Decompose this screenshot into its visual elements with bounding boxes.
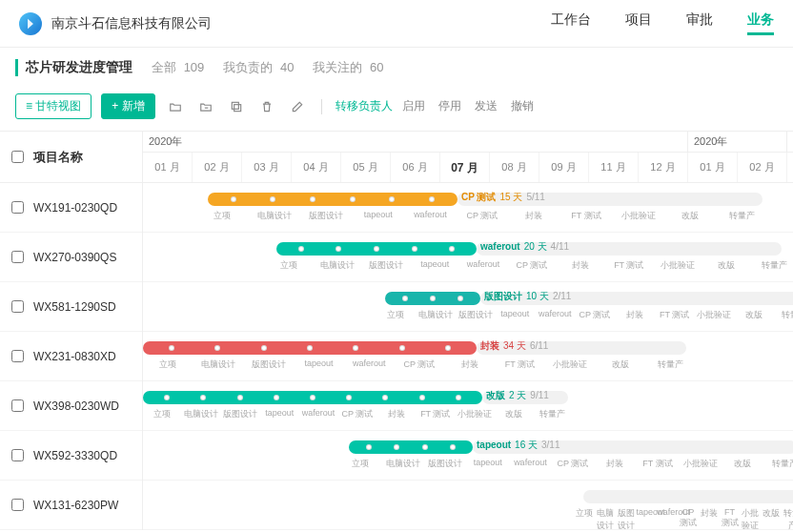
stage-badge: 封装34 天6/11 (480, 339, 548, 353)
gantt-trail (583, 490, 793, 503)
stage-badge: 改版2 天9/11 (486, 389, 549, 402)
svg-rect-0 (234, 104, 240, 111)
project-name: WX191-0230QD (33, 201, 117, 215)
month-cell[interactable]: 04 月 (292, 153, 341, 182)
project-row[interactable]: WX231-0830XD (0, 332, 142, 381)
nav-工作台[interactable]: 工作台 (551, 11, 591, 35)
project-name: WX231-0830XD (33, 350, 116, 363)
page-bar: 芯片研发进度管理 全部 109我负责的 40我关注的 60 (0, 48, 793, 88)
month-cell[interactable]: 01 月 (143, 153, 193, 182)
nav-业务[interactable]: 业务 (747, 11, 774, 35)
stage-badge: waferout20 天4/11 (480, 240, 569, 254)
page-title: 芯片研发进度管理 (15, 59, 132, 76)
row-checkbox[interactable] (11, 300, 24, 313)
project-row[interactable]: WX581-1290SD (0, 282, 142, 332)
stage-labels: 立项电脑设计版图设计tapeoutwaferoutCP 测试封装FT 测试小批验… (376, 309, 793, 321)
column-title: 项目名称 (33, 149, 83, 166)
new-button[interactable]: + 新增 (101, 93, 154, 119)
gantt-row: 封装34 天6/11立项电脑设计版图设计tapeoutwaferoutCP 测试… (143, 332, 793, 381)
select-all-checkbox[interactable] (11, 151, 24, 163)
delete-icon[interactable] (256, 96, 277, 117)
year-cell: 2020年 (143, 132, 688, 152)
stage-labels: 立项电脑设计版图设计tapeoutwaferoutCP 测试封装FT 测试小批验… (196, 210, 768, 222)
project-row[interactable]: WX270-0390QS (0, 233, 142, 282)
gantt-row: 版图设计10 天2/11立项电脑设计版图设计tapeoutwaferoutCP … (143, 282, 793, 332)
month-cell[interactable]: 01 月 (688, 153, 738, 182)
filter-tab[interactable]: 全部 109 (152, 59, 204, 76)
month-cell[interactable]: 09 月 (539, 153, 589, 182)
folder-move-icon[interactable] (195, 96, 216, 117)
project-row[interactable]: WX592-3330QD (0, 431, 142, 481)
stage-labels: 立项电脑设计版图设计tapeoutwaferoutCP 测试封装FT 测试小批验… (143, 408, 572, 420)
month-cell[interactable]: 12 月 (639, 153, 688, 182)
gantt-row: tapeout16 天3/11立项电脑设计版图设计tapeoutwaferout… (143, 431, 793, 481)
gantt-body: CP 测试15 天5/11立项电脑设计版图设计tapeoutwaferoutCP… (143, 183, 793, 530)
project-name: WX270-0390QS (33, 251, 116, 264)
gantt-view-button[interactable]: ≡ 甘特视图 (15, 93, 92, 119)
project-row[interactable]: WX398-0230WD (0, 381, 142, 431)
project-name: WX592-3330QD (33, 449, 117, 462)
gantt-row: waferout20 天4/11立项电脑设计版图设计tapeoutwaferou… (143, 233, 793, 282)
gantt-bar[interactable] (349, 440, 473, 454)
stage-badge: 版图设计10 天2/11 (484, 290, 571, 303)
gantt-bar[interactable] (208, 193, 458, 206)
row-checkbox[interactable] (11, 201, 24, 214)
separator (321, 99, 322, 114)
project-column: 项目名称 WX191-0230QDWX270-0390QSWX581-1290S… (0, 132, 143, 530)
month-cell[interactable]: 07 月 (440, 153, 490, 182)
gantt-bar[interactable] (276, 242, 477, 256)
edit-icon[interactable] (287, 96, 308, 117)
month-cell[interactable]: 02 月 (738, 153, 787, 182)
row-checkbox[interactable] (11, 350, 24, 362)
row-checkbox[interactable] (11, 251, 24, 263)
app-header: 南京斗石信息科技有限公司 工作台项目审批业务 (0, 0, 793, 48)
main-nav: 工作台项目审批业务 (551, 11, 774, 35)
month-cell[interactable]: 11 月 (589, 153, 639, 182)
project-row[interactable]: WX131-6230PW (0, 481, 142, 530)
year-cell: 2020年 (688, 132, 787, 152)
svg-rect-1 (232, 102, 238, 109)
row-checkbox[interactable] (11, 399, 24, 412)
action-link[interactable]: 启用 (402, 98, 425, 114)
transfer-owner-link[interactable]: 转移负责人 (336, 98, 393, 114)
nav-审批[interactable]: 审批 (686, 11, 713, 35)
gantt-bar[interactable] (143, 391, 482, 404)
project-name: WX581-1290SD (33, 300, 116, 314)
gantt-bar[interactable] (143, 341, 477, 355)
project-name: WX131-6230PW (33, 499, 118, 512)
month-cell[interactable]: 05 月 (341, 153, 391, 182)
stage-badge: CP 测试15 天5/11 (461, 191, 545, 204)
month-cell[interactable]: 08 月 (490, 153, 539, 182)
project-name: WX398-0230WD (33, 399, 119, 413)
gantt-row: 改版2 天9/11立项电脑设计版图设计tapeoutwaferoutCP 测试封… (143, 381, 793, 431)
gantt-area[interactable]: 2020年2020年 01 月02 月03 月04 月05 月06 月07 月0… (143, 132, 793, 530)
action-link[interactable]: 停用 (438, 98, 461, 114)
month-cell[interactable]: 06 月 (391, 153, 440, 182)
month-cell[interactable]: 03 月 (242, 153, 292, 182)
folder-open-icon[interactable] (165, 96, 186, 117)
stage-labels: 立项电脑设计版图设计tapeoutwaferoutCP 测试封装FT 测试小批验… (574, 507, 793, 530)
action-link[interactable]: 发送 (475, 98, 498, 114)
project-row[interactable]: WX191-0230QD (0, 183, 142, 233)
toolbar: ≡ 甘特视图 + 新增 转移负责人 启用停用发送撤销 (0, 88, 793, 131)
filter-tab[interactable]: 我负责的 40 (223, 59, 294, 76)
nav-项目[interactable]: 项目 (625, 11, 652, 35)
action-link[interactable]: 撤销 (511, 98, 534, 114)
stage-labels: 立项电脑设计版图设计tapeoutwaferoutCP 测试封装FT 测试小批验… (265, 259, 793, 272)
row-checkbox[interactable] (11, 499, 24, 511)
column-header: 项目名称 (0, 132, 142, 183)
gantt-row: CP 测试15 天5/11立项电脑设计版图设计tapeoutwaferoutCP… (143, 183, 793, 233)
gantt-bar[interactable] (385, 292, 480, 305)
stage-badge: tapeout16 天3/11 (477, 439, 559, 452)
stage-labels: 立项电脑设计版图设计tapeoutwaferoutCP 测试封装FT 测试小批验… (339, 458, 793, 470)
month-cell[interactable]: 02 月 (193, 153, 242, 182)
gantt-row: 立项电脑设计版图设计tapeoutwaferoutCP 测试封装FT 测试小批验… (143, 481, 793, 530)
filter-tab[interactable]: 我关注的 60 (313, 59, 383, 76)
logo-icon (19, 12, 42, 35)
copy-icon[interactable] (226, 96, 247, 117)
row-checkbox[interactable] (11, 449, 24, 461)
month-row: 01 月02 月03 月04 月05 月06 月07 月08 月09 月11 月… (143, 153, 793, 183)
stage-labels: 立项电脑设计版图设计tapeoutwaferoutCP 测试封装FT 测试小批验… (143, 358, 696, 371)
company-name: 南京斗石信息科技有限公司 (51, 15, 212, 32)
content: 项目名称 WX191-0230QDWX270-0390QSWX581-1290S… (0, 131, 793, 530)
